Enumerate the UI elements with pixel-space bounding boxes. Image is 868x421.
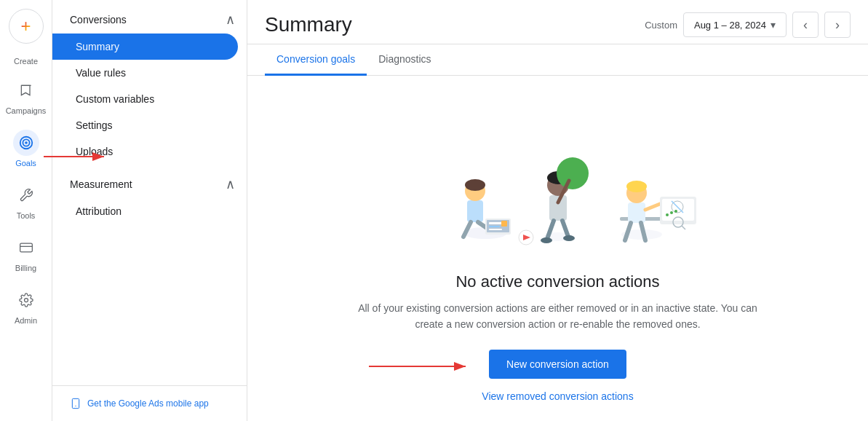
main-header: Summary Custom Aug 1 – 28, 2024 ▾ ‹ › bbox=[247, 0, 868, 44]
svg-point-45 bbox=[670, 211, 673, 214]
tab-conversion-goals[interactable]: Conversion goals bbox=[265, 44, 367, 76]
sidebar-item-custom-variables[interactable]: Custom variables bbox=[52, 86, 238, 112]
sidebar-section-conversions[interactable]: Conversions ∧ bbox=[52, 0, 247, 34]
chevron-up-icon: ∧ bbox=[226, 12, 235, 28]
nav-item-goals[interactable]: Goals bbox=[3, 124, 49, 173]
campaigns-icon bbox=[19, 83, 33, 98]
sidebar-item-summary[interactable]: Summary bbox=[52, 34, 238, 60]
billing-icon-circle bbox=[13, 235, 39, 261]
create-label: Create bbox=[14, 57, 38, 66]
sidebar-item-value-rules[interactable]: Value rules bbox=[52, 60, 238, 86]
sidebar-item-attribution-label: Attribution bbox=[76, 205, 122, 217]
svg-point-30 bbox=[541, 237, 552, 243]
content-area: No active conversion actions All of your… bbox=[247, 76, 868, 421]
action-area: New conversion action View removed conve… bbox=[482, 350, 633, 402]
mobile-phone-icon bbox=[70, 398, 81, 409]
svg-line-48 bbox=[682, 226, 685, 229]
svg-rect-34 bbox=[628, 202, 645, 223]
plus-icon: + bbox=[20, 16, 31, 36]
sidebar-item-custom-variables-label: Custom variables bbox=[76, 93, 154, 105]
sidebar-section-conversions-label: Conversions bbox=[70, 14, 127, 25]
goals-icon-circle bbox=[13, 130, 39, 156]
goals-nav-label: Goals bbox=[15, 159, 36, 168]
campaigns-nav-label: Campaigns bbox=[6, 106, 47, 115]
date-range-value: Aug 1 – 28, 2024 bbox=[694, 20, 766, 31]
nav-item-admin[interactable]: Admin bbox=[3, 281, 49, 331]
sidebar-item-uploads[interactable]: Uploads bbox=[52, 138, 238, 165]
tools-icon bbox=[19, 188, 33, 202]
svg-rect-6 bbox=[72, 398, 79, 408]
svg-point-7 bbox=[75, 406, 76, 406]
nav-item-tools[interactable]: Tools bbox=[3, 176, 49, 226]
icon-nav: + Create Campaigns Goals bbox=[0, 0, 52, 421]
svg-rect-20 bbox=[489, 229, 502, 230]
sidebar-section-measurement[interactable]: Measurement ∧ bbox=[52, 165, 247, 198]
page-title: Summary bbox=[265, 13, 352, 36]
sidebar: Conversions ∧ Summary Value rules Custom… bbox=[52, 0, 247, 421]
tabs-bar: Conversion goals Diagnostics bbox=[247, 44, 868, 76]
arrow-annotation-btn bbox=[365, 355, 474, 380]
sidebar-item-settings[interactable]: Settings bbox=[52, 112, 238, 138]
next-date-button[interactable]: › bbox=[824, 12, 851, 38]
view-removed-link[interactable]: View removed conversion actions bbox=[482, 390, 633, 402]
sidebar-item-summary-label: Summary bbox=[76, 41, 119, 52]
date-range-button[interactable]: Aug 1 – 28, 2024 ▾ bbox=[683, 12, 787, 37]
sidebar-item-settings-label: Settings bbox=[76, 119, 113, 131]
svg-point-13 bbox=[465, 179, 485, 191]
svg-point-46 bbox=[674, 210, 677, 213]
sidebar-section-measurement-label: Measurement bbox=[70, 178, 132, 190]
campaigns-icon-circle bbox=[13, 77, 39, 103]
nav-item-billing[interactable]: Billing bbox=[3, 229, 49, 278]
chevron-right-icon: › bbox=[835, 17, 840, 33]
svg-rect-11 bbox=[467, 200, 483, 222]
sidebar-footer[interactable]: Get the Google Ads mobile app bbox=[52, 385, 247, 421]
date-custom-label: Custom bbox=[645, 20, 677, 31]
svg-rect-3 bbox=[20, 243, 32, 252]
goals-icon bbox=[18, 135, 34, 151]
main-content: Summary Custom Aug 1 – 28, 2024 ▾ ‹ › Co… bbox=[247, 0, 868, 421]
tools-nav-label: Tools bbox=[17, 211, 36, 220]
tools-icon-circle bbox=[13, 182, 39, 208]
empty-state-description: All of your existing conversion actions … bbox=[354, 300, 762, 333]
sidebar-item-value-rules-label: Value rules bbox=[76, 67, 126, 79]
empty-state-title: No active conversion actions bbox=[455, 272, 659, 291]
svg-rect-19 bbox=[489, 226, 500, 227]
billing-icon bbox=[19, 240, 33, 255]
dropdown-icon: ▾ bbox=[771, 19, 776, 31]
svg-point-2 bbox=[25, 141, 28, 144]
svg-point-26 bbox=[557, 157, 589, 189]
chevron-up-icon-2: ∧ bbox=[226, 176, 235, 192]
prev-date-button[interactable]: ‹ bbox=[792, 12, 819, 38]
svg-rect-21 bbox=[501, 221, 507, 227]
admin-icon bbox=[19, 293, 33, 307]
svg-point-44 bbox=[666, 213, 669, 216]
admin-nav-label: Admin bbox=[15, 316, 37, 325]
nav-item-campaigns[interactable]: Campaigns bbox=[3, 71, 49, 121]
new-conversion-action-button[interactable]: New conversion action bbox=[489, 350, 626, 379]
sidebar-item-uploads-label: Uploads bbox=[76, 146, 113, 157]
chevron-left-icon: ‹ bbox=[803, 17, 808, 33]
svg-point-31 bbox=[563, 235, 575, 241]
tab-diagnostics[interactable]: Diagnostics bbox=[367, 44, 442, 76]
sidebar-item-attribution[interactable]: Attribution bbox=[52, 198, 238, 224]
admin-icon-circle bbox=[13, 287, 39, 313]
date-controls: Custom Aug 1 – 28, 2024 ▾ ‹ › bbox=[645, 12, 851, 38]
svg-point-36 bbox=[626, 181, 647, 192]
empty-state-illustration bbox=[413, 95, 704, 255]
create-section: + Create bbox=[9, 9, 44, 66]
sidebar-footer-label: Get the Google Ads mobile app bbox=[87, 398, 209, 409]
svg-point-5 bbox=[24, 299, 28, 302]
billing-nav-label: Billing bbox=[15, 264, 36, 272]
create-button[interactable]: + bbox=[9, 9, 44, 44]
